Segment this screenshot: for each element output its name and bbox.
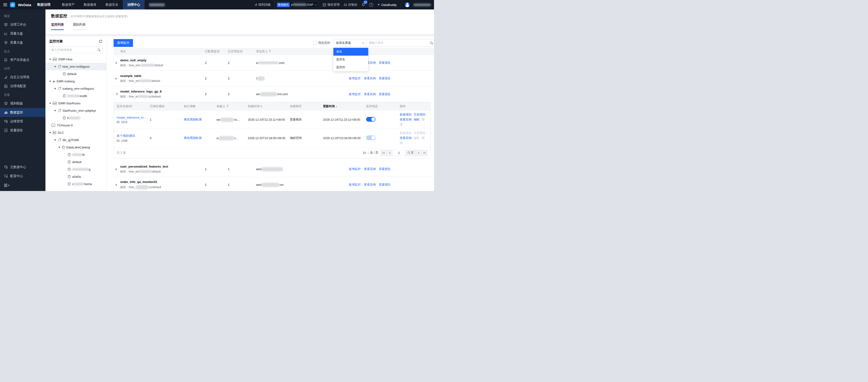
- expand-row-icon[interactable]: [116, 62, 117, 64]
- current-page-input[interactable]: 1: [392, 150, 406, 156]
- sidebar-collapse-button[interactable]: [0, 181, 45, 190]
- edit-link[interactable]: 编辑: [414, 136, 420, 140]
- quality-report-link[interactable]: 质量报告: [379, 167, 391, 171]
- new-rule-link[interactable]: 新建规则: [400, 113, 411, 116]
- expand-row-icon[interactable]: [116, 78, 117, 80]
- last-page-button[interactable]: [422, 150, 428, 156]
- expand-row-icon[interactable]: [116, 184, 117, 186]
- my-responsibility-checkbox[interactable]: [313, 41, 317, 45]
- tree-node-db-chema[interactable]: chema: [45, 180, 106, 188]
- tree-node-datalakecatalog[interactable]: DataLakeCatalog: [45, 144, 106, 151]
- collapse-row-icon[interactable]: [116, 93, 118, 95]
- dropdown-option-table-name[interactable]: 表名: [334, 48, 368, 56]
- tree-node-dlc-datasource[interactable]: dlc_qj7f186i: [45, 136, 106, 144]
- hamburger-menu-icon[interactable]: [3, 3, 7, 6]
- project-selector[interactable]: 简单模式 p.DAP: [275, 1, 318, 8]
- tree-node-tchouse-x[interactable]: ⌂ TCHouse-X: [45, 122, 106, 129]
- caret-down-icon[interactable]: [58, 147, 60, 148]
- caret-down-icon[interactable]: [49, 132, 51, 134]
- monitor-status-toggle[interactable]: [366, 117, 376, 122]
- sidebar-item-quality-board[interactable]: 质量大盘: [0, 38, 45, 47]
- sidebar-item-asset-catalog[interactable]: 资产目录盘点: [0, 55, 45, 64]
- view-instances-link[interactable]: 查看实例: [400, 136, 411, 140]
- tree-search-input[interactable]: [51, 48, 96, 52]
- add-monitor-button[interactable]: 新增监控: [114, 39, 133, 47]
- sidebar-item-config-center[interactable]: 配置中心: [0, 172, 45, 181]
- caret-down-icon[interactable]: [54, 139, 56, 141]
- tree-node-db-g[interactable]: g: [45, 166, 106, 173]
- tree-node-emr-iceberg[interactable]: ◈ EMR-Iceberg: [45, 78, 106, 85]
- new-rule-link[interactable]: 新建规则: [400, 131, 411, 135]
- caret-down-icon[interactable]: [49, 59, 51, 60]
- nav-data-security[interactable]: 数据安全: [101, 0, 123, 9]
- quality-report-link[interactable]: 质量报告: [379, 61, 391, 64]
- tree-node-db-lb[interactable]: lb: [45, 151, 106, 158]
- view-instances-link[interactable]: 查看实例: [364, 183, 376, 186]
- tree-node-iceberg-datasource[interactable]: iceberg_emr-nn5bgooz: [45, 85, 106, 92]
- add-monitor-link[interactable]: 新增监控: [349, 92, 361, 96]
- tree-node-db-default[interactable]: default: [45, 70, 106, 78]
- link-rule-link[interactable]: 关联规则: [414, 131, 426, 135]
- search-type-select[interactable]: 按表名搜索: [334, 39, 366, 47]
- add-monitor-link[interactable]: 新增监控: [349, 77, 361, 80]
- sidebar-item-data-monitor[interactable]: 数据监控: [0, 108, 45, 117]
- dropdown-option-monitor-id[interactable]: 监控ID: [334, 63, 368, 71]
- nav-redacted-item[interactable]: [145, 0, 169, 9]
- quality-report-link[interactable]: 质量报告: [379, 92, 391, 96]
- view-instances-link[interactable]: 查看实例: [364, 77, 376, 80]
- sidebar-item-custom-governance[interactable]: 自定义治理项: [0, 73, 45, 82]
- tree-node-emr-hive[interactable]: EMR EMR-Hive: [45, 56, 106, 63]
- table-search-input[interactable]: [369, 41, 429, 45]
- search-icon[interactable]: [430, 41, 433, 44]
- tree-node-db-estdb[interactable]: estdb: [45, 92, 106, 100]
- sidebar-item-rule-template[interactable]: 规则模版: [0, 99, 45, 108]
- project-manage-link[interactable]: 项目管理: [322, 3, 340, 7]
- databuddy-link[interactable]: ✦ DataBuddy: [377, 3, 397, 7]
- caret-down-icon[interactable]: [49, 103, 51, 104]
- dropdown-option-monitor-name[interactable]: 监控名: [334, 56, 368, 63]
- view-instances-link[interactable]: 查看实例: [400, 118, 411, 121]
- sidebar-item-workbench[interactable]: 治理工作台: [0, 20, 45, 29]
- view-instances-link[interactable]: 查看实例: [364, 92, 376, 96]
- monitor-name-link[interactable]: model_inference_lo...: [117, 116, 146, 119]
- filter-icon[interactable]: [226, 105, 229, 108]
- caret-down-icon[interactable]: [54, 88, 56, 89]
- caret-down-icon[interactable]: [54, 110, 56, 112]
- page-size-select[interactable]: 10 条 / 页: [363, 151, 378, 155]
- tree-node-db-a0a0a[interactable]: a0a0a: [45, 173, 106, 180]
- view-instances-link[interactable]: 查看实例: [364, 167, 376, 171]
- sidebar-item-quality-report[interactable]: 质量报告: [0, 126, 45, 135]
- sort-icon[interactable]: ⇅: [260, 105, 262, 108]
- tree-node-hive-datasource[interactable]: hive_emr-nn5bgooz: [45, 63, 106, 70]
- expand-row-icon[interactable]: [116, 168, 117, 170]
- filter-icon[interactable]: [269, 50, 271, 53]
- tree-node-emr-starrocks[interactable]: EMR EMR-StarRocks: [45, 100, 106, 107]
- strategy-link[interactable]: 离线周期检测: [184, 136, 202, 140]
- edit-link[interactable]: 编辑: [414, 118, 420, 121]
- search-icon[interactable]: [97, 49, 100, 51]
- next-page-button[interactable]: [415, 150, 422, 156]
- refresh-icon[interactable]: [99, 39, 102, 43]
- sidebar-item-usage-board[interactable]: 用量大盘: [0, 29, 45, 38]
- sort-desc-icon[interactable]: ↓: [336, 105, 337, 108]
- first-page-button[interactable]: [380, 150, 387, 156]
- notification-bell[interactable]: 17: [362, 3, 365, 7]
- add-monitor-link[interactable]: 新增监控: [349, 167, 361, 171]
- sidebar-item-governance-config[interactable]: 治理项配置: [0, 82, 45, 91]
- quality-report-link[interactable]: 质量报告: [379, 183, 391, 186]
- help-icon[interactable]: ?: [369, 3, 373, 7]
- prev-page-button[interactable]: [386, 150, 393, 156]
- nav-data-assets[interactable]: 数据资产: [58, 0, 79, 9]
- sidebar-item-metadata-center[interactable]: 元数据中心: [0, 163, 45, 172]
- nav-data-services[interactable]: 数据服务: [79, 0, 101, 9]
- nav-governance-center[interactable]: 治理中心: [123, 0, 145, 9]
- add-monitor-link[interactable]: 新增监控: [349, 183, 361, 186]
- caret-down-icon[interactable]: [49, 81, 51, 82]
- tree-node-db-redacted[interactable]: h: [45, 114, 106, 122]
- back-to-old-version[interactable]: ↺ 回到旧版: [255, 3, 271, 7]
- sidebar-item-ops-management[interactable]: 运维管理: [0, 117, 45, 126]
- strategy-link[interactable]: 离线周期检测: [184, 118, 202, 121]
- tree-node-starrocks-datasource[interactable]: StarRocks_emr-cpbjekyr: [45, 107, 106, 114]
- tree-node-db-default2[interactable]: default: [45, 158, 106, 166]
- link-rule-link[interactable]: 关联规则: [414, 113, 426, 116]
